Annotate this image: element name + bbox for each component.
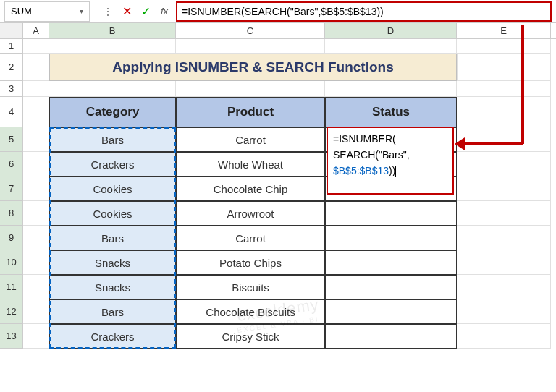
cell-e6[interactable]	[457, 152, 551, 176]
cell-a4[interactable]	[23, 97, 49, 127]
cell-e13[interactable]	[457, 324, 551, 349]
col-header-C[interactable]: C	[176, 23, 325, 38]
cell-a3[interactable]	[23, 81, 49, 97]
select-all-corner[interactable]	[0, 23, 23, 38]
cell-d12[interactable]	[325, 299, 457, 324]
row-header-5[interactable]: 5	[0, 127, 23, 152]
cell-c13[interactable]: Cripsy Stick	[176, 324, 325, 349]
cell-d8[interactable]	[325, 201, 457, 226]
cell-editing-overlay[interactable]: =ISNUMBER( SEARCH("Bars", $B$5:$B$13))	[327, 127, 454, 195]
cell-c12[interactable]: Chocolate Biscuits	[176, 299, 325, 324]
cell-e3[interactable]	[457, 81, 551, 97]
arrow-head-icon	[455, 137, 465, 150]
row-header-7[interactable]: 7	[0, 176, 23, 201]
cell-c9[interactable]: Carrot	[176, 226, 325, 250]
col-header-B[interactable]: B	[49, 23, 176, 38]
col-header-D[interactable]: D	[325, 23, 457, 38]
cell-b13[interactable]: Crackers	[49, 324, 176, 349]
cell-e9[interactable]	[457, 226, 551, 250]
name-box-value: SUM	[11, 6, 32, 17]
row-header-9[interactable]: 9	[0, 226, 23, 250]
formula-bar: SUM ▾ ⋮ ✕ ✓ fx =ISNUMBER(SEARCH("Bars",$…	[0, 0, 556, 23]
col-header-A[interactable]: A	[23, 23, 49, 38]
cell-a13[interactable]	[23, 324, 49, 349]
header-category[interactable]: Category	[49, 97, 176, 127]
row-header-1[interactable]: 1	[0, 39, 23, 54]
cell-d3[interactable]	[325, 81, 457, 97]
cell-c7[interactable]: Chocolate Chip	[176, 176, 325, 201]
page-title[interactable]: Applying ISNUMBER & SEARCH Functions	[49, 54, 457, 81]
header-product[interactable]: Product	[176, 97, 325, 127]
cell-c5[interactable]: Carrot	[176, 127, 325, 152]
cell-a12[interactable]	[23, 299, 49, 324]
cell-b3[interactable]	[49, 81, 176, 97]
row-header-12[interactable]: 12	[0, 299, 23, 324]
cell-d10[interactable]	[325, 250, 457, 275]
cell-a7[interactable]	[23, 176, 49, 201]
cell-b9[interactable]: Bars	[49, 226, 176, 250]
row-13: 13 Crackers Cripsy Stick	[0, 324, 556, 349]
cell-c10[interactable]: Potato Chips	[176, 250, 325, 275]
cell-e7[interactable]	[457, 176, 551, 201]
cancel-icon[interactable]: ✕	[119, 4, 134, 19]
cell-e12[interactable]	[457, 299, 551, 324]
row-header-3[interactable]: 3	[0, 81, 23, 97]
row-11: 11 Snacks Biscuits	[0, 275, 556, 299]
cell-e1[interactable]	[457, 39, 551, 54]
cell-d1[interactable]	[325, 39, 457, 54]
name-box-dropdown-icon[interactable]: ▾	[80, 7, 83, 15]
cell-c11[interactable]: Biscuits	[176, 275, 325, 299]
cell-e10[interactable]	[457, 250, 551, 275]
cell-e5[interactable]	[457, 127, 551, 152]
row-2: 2 Applying ISNUMBER & SEARCH Functions	[0, 54, 556, 81]
cell-a2[interactable]	[23, 54, 49, 81]
formula-input[interactable]: =ISNUMBER(SEARCH("Bars",$B$5:$B$13))	[176, 1, 552, 22]
cell-d13[interactable]	[325, 324, 457, 349]
col-header-E[interactable]: E	[457, 23, 551, 38]
cell-a10[interactable]	[23, 250, 49, 275]
cell-c6[interactable]: Whole Wheat	[176, 152, 325, 176]
row-header-10[interactable]: 10	[0, 250, 23, 275]
cell-d11[interactable]	[325, 275, 457, 299]
name-box[interactable]: SUM ▾	[4, 1, 90, 22]
row-header-6[interactable]: 6	[0, 152, 23, 176]
cell-b10[interactable]: Snacks	[49, 250, 176, 275]
cell-c1[interactable]	[176, 39, 325, 54]
cell-b6[interactable]: Crackers	[49, 152, 176, 176]
cell-a1[interactable]	[23, 39, 49, 54]
row-8: 8 Cookies Arrowroot	[0, 201, 556, 226]
callout-arrow-v	[521, 25, 524, 144]
row-header-4[interactable]: 4	[0, 97, 23, 127]
row-header-2[interactable]: 2	[0, 54, 23, 81]
cell-b12[interactable]: Bars	[49, 299, 176, 324]
cell-a6[interactable]	[23, 152, 49, 176]
cell-e2[interactable]	[457, 54, 551, 81]
row-7: 7 Cookies Chocolate Chip	[0, 176, 556, 201]
row-header-11[interactable]: 11	[0, 275, 23, 299]
fx-icon[interactable]: fx	[157, 4, 172, 19]
cell-b7[interactable]: Cookies	[49, 176, 176, 201]
cell-b5[interactable]: Bars	[49, 127, 176, 152]
row-4: 4 Category Product Status	[0, 97, 556, 127]
cell-c8[interactable]: Arrowroot	[176, 201, 325, 226]
header-status[interactable]: Status	[325, 97, 457, 127]
cell-c3[interactable]	[176, 81, 325, 97]
cell-a8[interactable]	[23, 201, 49, 226]
cell-e8[interactable]	[457, 201, 551, 226]
cell-e4[interactable]	[457, 97, 551, 127]
column-header-row: A B C D E	[0, 23, 556, 39]
cell-b11[interactable]: Snacks	[49, 275, 176, 299]
enter-icon[interactable]: ✓	[138, 4, 153, 19]
cell-a5[interactable]	[23, 127, 49, 152]
row-9: 9 Bars Carrot	[0, 226, 556, 250]
row-header-8[interactable]: 8	[0, 201, 23, 226]
row-10: 10 Snacks Potato Chips	[0, 250, 556, 275]
cell-a11[interactable]	[23, 275, 49, 299]
cell-b8[interactable]: Cookies	[49, 201, 176, 226]
row-12: 12 Bars Chocolate Biscuits	[0, 299, 556, 324]
cell-b1[interactable]	[49, 39, 176, 54]
row-header-13[interactable]: 13	[0, 324, 23, 349]
cell-e11[interactable]	[457, 275, 551, 299]
cell-a9[interactable]	[23, 226, 49, 250]
cell-d9[interactable]	[325, 226, 457, 250]
